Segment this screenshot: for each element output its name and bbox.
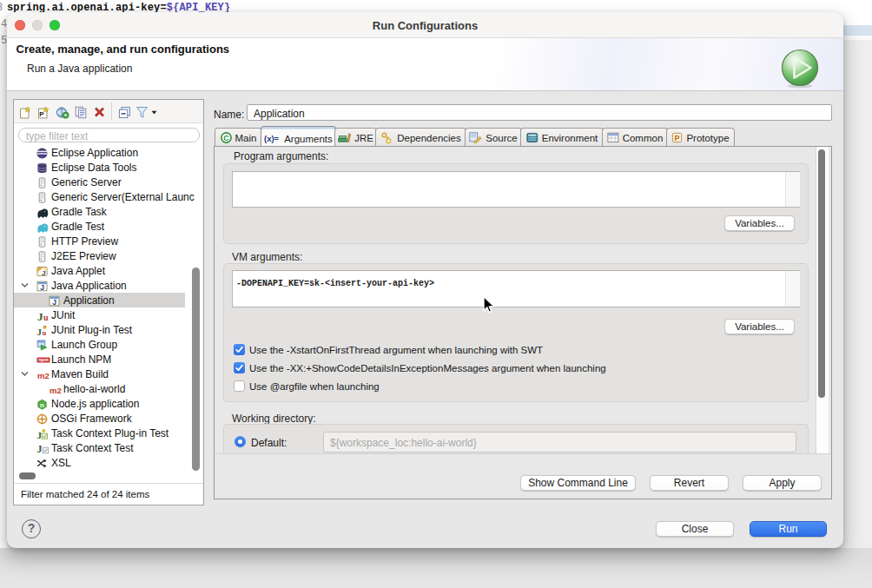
svg-text:npm: npm <box>38 357 49 362</box>
svg-text:P: P <box>39 110 44 118</box>
svg-text:m2: m2 <box>50 386 62 395</box>
svg-text:J: J <box>37 430 43 440</box>
svg-text:P: P <box>675 134 680 142</box>
svg-text:J: J <box>42 269 45 277</box>
svg-text:u: u <box>43 328 47 336</box>
svg-text:J: J <box>52 298 56 307</box>
svg-text:u: u <box>43 313 49 322</box>
svg-text:n: n <box>40 401 44 409</box>
svg-text:J: J <box>37 310 43 322</box>
svg-text:(x)=: (x)= <box>264 134 280 143</box>
svg-text:m2: m2 <box>37 371 50 380</box>
svg-text:J: J <box>40 283 44 292</box>
svg-text:J: J <box>37 443 43 454</box>
svg-text:C: C <box>223 134 229 142</box>
